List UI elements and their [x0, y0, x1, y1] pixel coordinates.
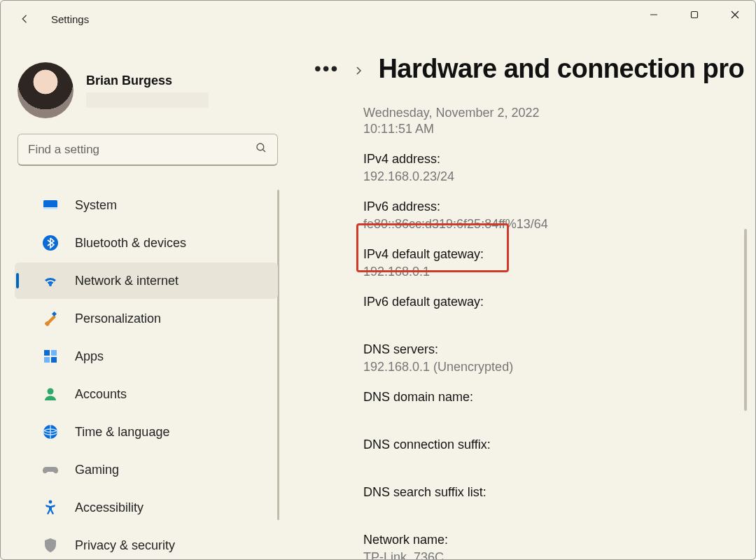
ipv4-gateway-value: 192.168.0.1 [363, 265, 747, 279]
svg-rect-10 [44, 350, 50, 356]
search-icon [255, 141, 267, 158]
sidebar-item-label: Gaming [75, 463, 119, 477]
content-scrollbar[interactable] [744, 229, 747, 411]
svg-point-17 [49, 500, 52, 504]
page-title: Hardware and connection pro [378, 54, 744, 84]
ipv4-address-label: IPv4 address: [363, 152, 747, 167]
window-title: Settings [51, 13, 89, 25]
accessibility-icon [41, 498, 59, 517]
wifi-icon [41, 272, 59, 290]
sidebar-item-bluetooth[interactable]: Bluetooth & devices [15, 225, 278, 261]
account-block[interactable]: Brian Burgess [1, 43, 295, 124]
svg-point-4 [257, 144, 264, 150]
sidebar-item-apps[interactable]: Apps [15, 338, 278, 374]
nav: System Bluetooth & devices Network & int… [1, 187, 295, 560]
ipv6-gateway-value [363, 312, 747, 327]
sidebar-item-label: Bluetooth & devices [75, 236, 186, 251]
breadcrumb-more-icon[interactable]: ••• [314, 57, 339, 80]
search-box[interactable] [18, 134, 278, 166]
svg-rect-7 [43, 207, 57, 209]
gaming-icon [41, 461, 59, 479]
sidebar-item-label: Accessibility [75, 500, 144, 515]
sidebar-item-accessibility[interactable]: Accessibility [15, 489, 278, 526]
sidebar-item-privacy[interactable]: Privacy & security [15, 527, 278, 560]
sidebar-item-time-language[interactable]: Time & language [15, 414, 278, 450]
account-name: Brian Burgess [86, 74, 209, 88]
svg-rect-9 [52, 312, 57, 316]
minimize-button[interactable] [634, 1, 674, 29]
ipv6-address-label: IPv6 address: [363, 200, 747, 214]
brush-icon [41, 309, 59, 328]
dns-domain-value [363, 407, 747, 422]
sidebar-item-network[interactable]: Network & internet [15, 262, 278, 299]
apps-icon [41, 347, 59, 365]
svg-rect-11 [51, 350, 57, 356]
svg-rect-13 [51, 357, 57, 363]
globe-icon [41, 423, 59, 441]
sidebar-item-personalization[interactable]: Personalization [15, 300, 278, 337]
bluetooth-icon [41, 234, 59, 252]
sidebar: Brian Burgess System Bluetooth & devices [1, 43, 295, 559]
avatar [18, 62, 74, 118]
account-info: Brian Burgess [86, 74, 209, 108]
sidebar-item-label: Network & internet [75, 274, 178, 288]
timestamp-time: 10:11:51 AM [363, 122, 747, 136]
dns-domain-label: DNS domain name: [363, 390, 747, 405]
sidebar-item-accounts[interactable]: Accounts [15, 376, 278, 412]
ipv6-address-value: fe80::86cc:d319:6f25:84ff%13/64 [363, 217, 747, 232]
maximize-button[interactable] [674, 1, 715, 29]
titlebar: Settings [1, 1, 755, 37]
sidebar-item-label: Time & language [75, 425, 169, 440]
sidebar-item-system[interactable]: System [15, 187, 278, 223]
svg-line-5 [262, 149, 265, 152]
network-name-label: Network name: [363, 533, 747, 547]
ipv6-gateway-label: IPv6 default gateway: [363, 295, 747, 309]
person-icon [41, 385, 59, 403]
sidebar-item-label: Personalization [75, 312, 161, 326]
svg-point-14 [48, 388, 54, 395]
content: Wednesday, November 2, 2022 10:11:51 AM … [310, 97, 747, 559]
breadcrumb: ••• Hardware and connection pro [295, 40, 748, 97]
sidebar-item-gaming[interactable]: Gaming [15, 451, 278, 488]
account-email-redacted [86, 92, 209, 108]
sidebar-item-label: Accounts [75, 387, 127, 402]
dns-conn-suffix-value [363, 455, 747, 470]
dns-servers-label: DNS servers: [363, 342, 747, 357]
dns-search-suffix-value [363, 503, 747, 517]
ipv4-gateway-label: IPv4 default gateway: [363, 247, 747, 262]
system-icon [41, 196, 59, 214]
search-input[interactable] [28, 143, 255, 157]
network-name-value: TP-Link_736C [363, 550, 747, 559]
timestamp-date: Wednesday, November 2, 2022 [363, 106, 747, 120]
svg-rect-1 [692, 12, 698, 18]
main: ••• Hardware and connection pro Wednesda… [295, 40, 748, 559]
ipv4-address-value: 192.168.0.23/24 [363, 169, 747, 184]
sidebar-item-label: System [75, 198, 117, 213]
dns-search-suffix-label: DNS search suffix list: [363, 485, 747, 500]
svg-rect-12 [44, 357, 50, 363]
close-button[interactable] [715, 1, 755, 29]
back-button[interactable] [13, 7, 37, 31]
window-controls [634, 1, 755, 29]
dns-servers-value: 192.168.0.1 (Unencrypted) [363, 360, 747, 374]
sidebar-item-label: Privacy & security [75, 538, 175, 553]
shield-icon [41, 536, 59, 554]
dns-conn-suffix-label: DNS connection suffix: [363, 438, 747, 452]
chevron-right-icon [354, 66, 363, 75]
sidebar-item-label: Apps [75, 349, 104, 364]
